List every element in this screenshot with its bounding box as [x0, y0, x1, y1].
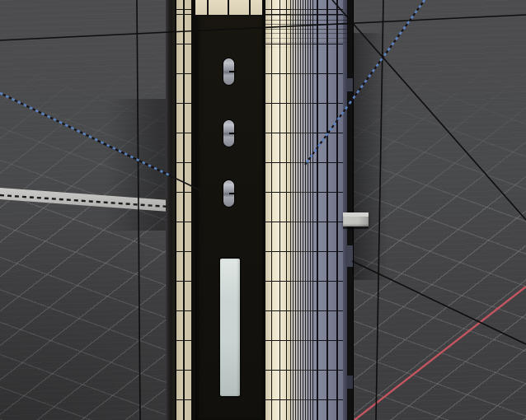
pillar-right-edge [347, 0, 354, 420]
side-handle[interactable] [343, 212, 369, 226]
pillar-top-frame [195, 0, 272, 16]
pillar-side-face [313, 0, 343, 420]
pillar-corner-highlight [265, 0, 290, 420]
pillar-left-face [166, 0, 176, 420]
pillar-top-wire-rows [265, 15, 347, 49]
edge-hinge-top [347, 78, 353, 91]
indicator-display[interactable] [220, 259, 240, 396]
side-handle-shadow [343, 226, 369, 229]
toggle-switch-2[interactable] [223, 120, 234, 147]
edge-hinge-middle [347, 245, 353, 267]
viewport-canvas[interactable] [0, 0, 526, 420]
toggle-switch-1[interactable] [223, 58, 234, 85]
edge-hinge-bottom [347, 376, 353, 389]
pillar-left-frame-strip [176, 0, 192, 420]
toggle-switch-3[interactable] [223, 180, 234, 207]
pillar-curved-wireframe [290, 0, 313, 420]
